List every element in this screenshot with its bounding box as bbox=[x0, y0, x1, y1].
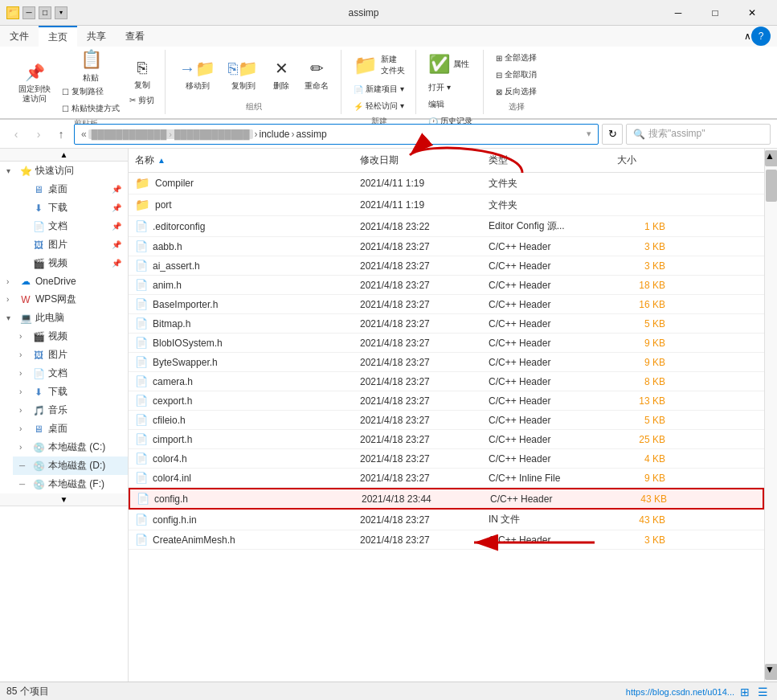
this-pc-expand-icon: ▾ bbox=[6, 313, 16, 322]
move-to-button[interactable]: →📁 移动到 bbox=[174, 51, 221, 98]
forward-button[interactable]: › bbox=[29, 125, 48, 144]
sidebar-item-documents[interactable]: 📄 文档 📌 bbox=[13, 217, 128, 235]
new-folder-icon: 📁 bbox=[354, 54, 378, 76]
select-all-button[interactable]: ⊞全部选择 bbox=[492, 50, 541, 66]
table-row[interactable]: 📄 cimport.h 2021/4/18 23:27 C/C++ Header… bbox=[129, 430, 764, 449]
breadcrumb-assimp[interactable]: assimp bbox=[296, 129, 327, 140]
wps-expand-icon: › bbox=[6, 295, 16, 304]
paste-shortcut-button[interactable]: ☐粘贴快捷方式 bbox=[58, 100, 124, 117]
table-row[interactable]: 📄 Bitmap.h 2021/4/18 23:27 C/C++ Header … bbox=[129, 314, 764, 334]
qat-icon1[interactable]: ─ bbox=[22, 6, 35, 19]
delete-button[interactable]: ✕ 删除 bbox=[265, 51, 297, 98]
close-button[interactable]: ✕ bbox=[734, 0, 771, 26]
help-button[interactable]: ? bbox=[751, 27, 771, 46]
table-row[interactable]: 📄 BaseImporter.h 2021/4/18 23:27 C/C++ H… bbox=[129, 295, 764, 314]
qat-icon3[interactable]: ▾ bbox=[55, 6, 67, 19]
videos-pin-icon: 📌 bbox=[112, 259, 121, 268]
breadcrumb-sep1: › bbox=[255, 129, 258, 140]
cut-button[interactable]: ✂剪切 bbox=[125, 92, 158, 108]
sidebar-item-documents2[interactable]: › 📄 文档 bbox=[13, 364, 128, 383]
sidebar-item-download[interactable]: ⬇ 下载 📌 bbox=[13, 199, 128, 217]
paste-button[interactable]: 📋 粘贴 bbox=[58, 50, 124, 82]
tab-view[interactable]: 查看 bbox=[116, 26, 154, 47]
sidebar-item-download2[interactable]: › ⬇ 下载 bbox=[13, 383, 128, 401]
table-row[interactable]: 📁 port 2021/4/11 1:19 文件夹 bbox=[129, 194, 764, 216]
column-type[interactable]: 类型 bbox=[482, 152, 611, 169]
address-bar[interactable]: « ████████████ › ████████████ › include … bbox=[74, 124, 599, 145]
table-row[interactable]: 📄 CreateAnimMesh.h 2021/4/18 23:27 C/C++… bbox=[129, 530, 764, 550]
file-icon: 📄 bbox=[135, 433, 148, 445]
sidebar-scroll-up[interactable]: ▲ bbox=[0, 149, 128, 162]
view-icon-grid[interactable]: ⊞ bbox=[738, 686, 752, 698]
table-row[interactable]: 📄 config.h 2021/4/18 23:44 C/C++ Header … bbox=[129, 488, 764, 510]
copy-button[interactable]: ⎘ 复制 bbox=[125, 59, 158, 91]
maximize-button[interactable]: □ bbox=[697, 0, 734, 26]
tab-share[interactable]: 共享 bbox=[77, 26, 116, 47]
view-icon-list[interactable]: ☰ bbox=[755, 686, 771, 698]
sidebar-item-videos[interactable]: 🎬 视频 📌 bbox=[13, 254, 128, 272]
sidebar-item-disk-f[interactable]: ─ 💿 本地磁盘 (F:) bbox=[13, 475, 128, 493]
table-row[interactable]: 📄 ByteSwapper.h 2021/4/18 23:27 C/C++ He… bbox=[129, 353, 764, 372]
file-date-cell: 2021/4/18 23:27 bbox=[354, 375, 482, 389]
select-none-button[interactable]: ⊟全部取消 bbox=[492, 67, 541, 83]
table-row[interactable]: 📄 color4.inl 2021/4/18 23:27 C/C++ Inlin… bbox=[129, 469, 764, 488]
scrollbar-thumb[interactable] bbox=[766, 170, 777, 202]
up-button[interactable]: ↑ bbox=[51, 125, 71, 144]
scrollbar-track[interactable] bbox=[765, 168, 777, 662]
table-row[interactable]: 📄 cfileio.h 2021/4/18 23:27 C/C++ Header… bbox=[129, 411, 764, 430]
scrollbar-down-button[interactable]: ▼ bbox=[765, 664, 777, 680]
column-size[interactable]: 大小 bbox=[611, 152, 675, 169]
table-row[interactable]: 📄 color4.h 2021/4/18 23:27 C/C++ Header … bbox=[129, 449, 764, 469]
back-button[interactable]: ‹ bbox=[6, 125, 26, 144]
table-row[interactable]: 📄 aabb.h 2021/4/18 23:27 C/C++ Header 3 … bbox=[129, 237, 764, 256]
qat-icon2[interactable]: □ bbox=[39, 6, 51, 19]
sidebar-item-disk-d[interactable]: ─ 💿 本地磁盘 (D:) bbox=[13, 456, 128, 475]
sidebar-item-desktop[interactable]: 🖥 桌面 📌 bbox=[13, 180, 128, 199]
vertical-scrollbar[interactable]: ▲ ▼ bbox=[764, 149, 777, 682]
table-row[interactable]: 📄 anim.h 2021/4/18 23:27 C/C++ Header 18… bbox=[129, 276, 764, 295]
website-link[interactable]: https://blog.csdn.net/u014... bbox=[626, 687, 734, 697]
easy-access-button[interactable]: ⚡轻松访问 ▾ bbox=[350, 98, 408, 114]
breadcrumb-include[interactable]: include bbox=[260, 129, 290, 140]
table-row[interactable]: 📄 cexport.h 2021/4/18 23:27 C/C++ Header… bbox=[129, 391, 764, 411]
table-row[interactable]: 📄 config.h.in 2021/4/18 23:27 IN 文件 43 K… bbox=[129, 510, 764, 530]
table-row[interactable]: 📄 .editorconfig 2021/4/18 23:22 Editor C… bbox=[129, 216, 764, 237]
new-folder-button[interactable]: 📁 新建文件夹 bbox=[350, 50, 409, 80]
sidebar-item-onedrive[interactable]: › ☁ OneDrive bbox=[0, 272, 128, 290]
sidebar-item-pictures2[interactable]: › 🖼 图片 bbox=[13, 346, 128, 364]
open-button[interactable]: 打开 ▾ bbox=[424, 80, 455, 96]
ribbon-collapse-button[interactable]: ∧ bbox=[744, 31, 751, 42]
sidebar-item-disk-c[interactable]: › 💿 本地磁盘 (C:) bbox=[13, 438, 128, 456]
sidebar-item-music[interactable]: › 🎵 音乐 bbox=[13, 401, 128, 420]
table-row[interactable]: 📄 ai_assert.h 2021/4/18 23:27 C/C++ Head… bbox=[129, 256, 764, 276]
table-row[interactable]: 📄 camera.h 2021/4/18 23:27 C/C++ Header … bbox=[129, 372, 764, 391]
refresh-button[interactable]: ↻ bbox=[602, 124, 623, 145]
sidebar-item-quick-access[interactable]: ▾ ⭐ 快速访问 bbox=[0, 162, 128, 180]
rename-button[interactable]: ✏ 重命名 bbox=[299, 51, 334, 98]
new-item-button[interactable]: 📄新建项目 ▾ bbox=[350, 81, 408, 97]
sidebar-scroll-down[interactable]: ▼ bbox=[0, 493, 128, 506]
address-dropdown-arrow[interactable]: ▾ bbox=[587, 129, 591, 139]
file-date-cell: 2021/4/18 23:27 bbox=[354, 239, 482, 254]
sidebar-item-pictures[interactable]: 🖼 图片 📌 bbox=[13, 235, 128, 254]
pin-button[interactable]: 📌 固定到快速访问 bbox=[13, 60, 56, 107]
column-date[interactable]: 修改日期 bbox=[354, 152, 482, 169]
table-row[interactable]: 📄 BlobIOSystem.h 2021/4/18 23:27 C/C++ H… bbox=[129, 334, 764, 353]
tab-home[interactable]: 主页 bbox=[39, 26, 77, 47]
search-box[interactable]: 🔍 搜索"assimp" bbox=[626, 124, 771, 145]
sidebar-item-videos2[interactable]: › 🎬 视频 bbox=[13, 327, 128, 346]
table-row[interactable]: 📁 Compiler 2021/4/11 1:19 文件夹 bbox=[129, 173, 764, 194]
tab-file[interactable]: 文件 bbox=[0, 26, 39, 47]
copy-to-button[interactable]: ⎘📁 复制到 bbox=[223, 51, 264, 98]
sidebar-item-this-pc[interactable]: ▾ 💻 此电脑 bbox=[0, 309, 128, 327]
copy-path-button[interactable]: ☐复制路径 bbox=[58, 84, 124, 100]
minimize-button[interactable]: ─ bbox=[660, 0, 697, 26]
sidebar-item-wps[interactable]: › W WPS网盘 bbox=[0, 290, 128, 309]
sidebar-item-desktop2[interactable]: › 🖥 桌面 bbox=[13, 420, 128, 438]
file-type-cell: C/C++ Header bbox=[482, 336, 611, 350]
properties-button[interactable]: ✅ 属性 bbox=[424, 50, 473, 79]
column-name[interactable]: 名称 ▲ bbox=[129, 152, 354, 169]
scrollbar-up-button[interactable]: ▲ bbox=[765, 150, 777, 166]
edit-button[interactable]: 编辑 bbox=[424, 96, 448, 113]
invert-select-button[interactable]: ⊠反向选择 bbox=[492, 84, 541, 100]
